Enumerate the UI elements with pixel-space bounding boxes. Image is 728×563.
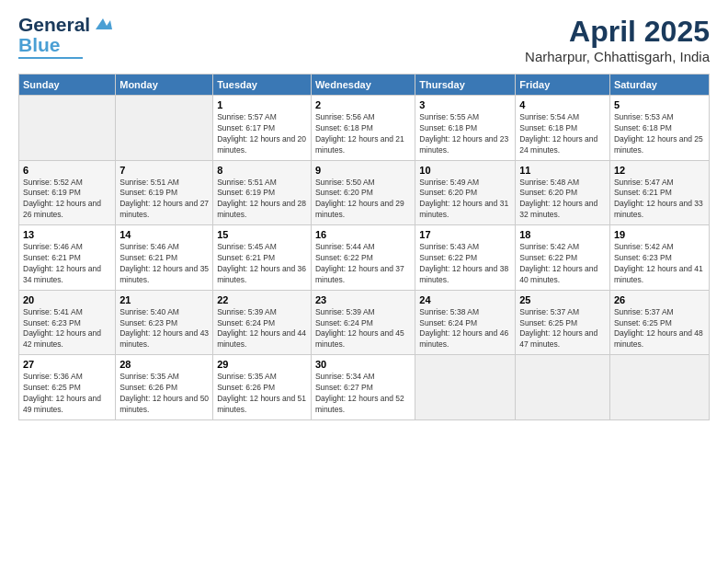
calendar-week-1: 1Sunrise: 5:57 AMSunset: 6:17 PMDaylight… — [19, 96, 710, 161]
cell-info: Sunrise: 5:49 AMSunset: 6:20 PMDaylight:… — [419, 178, 511, 222]
day-number: 4 — [519, 99, 606, 110]
cell-info: Sunrise: 5:55 AMSunset: 6:18 PMDaylight:… — [419, 112, 511, 156]
cell-info: Sunrise: 5:37 AMSunset: 6:25 PMDaylight:… — [519, 307, 606, 351]
day-number: 14 — [119, 229, 209, 240]
calendar-week-3: 13Sunrise: 5:46 AMSunset: 6:21 PMDayligh… — [19, 225, 710, 291]
day-number: 16 — [315, 229, 411, 240]
calendar-cell: 24Sunrise: 5:38 AMSunset: 6:24 PMDayligh… — [415, 290, 516, 355]
calendar-cell: 14Sunrise: 5:46 AMSunset: 6:21 PMDayligh… — [116, 225, 213, 291]
header-saturday: Saturday — [609, 75, 709, 96]
logo-bird-icon — [92, 17, 112, 33]
calendar-cell: 26Sunrise: 5:37 AMSunset: 6:25 PMDayligh… — [609, 290, 709, 355]
day-number: 25 — [519, 294, 606, 305]
calendar-cell: 5Sunrise: 5:53 AMSunset: 6:18 PMDaylight… — [609, 96, 709, 161]
cell-info: Sunrise: 5:56 AMSunset: 6:18 PMDaylight:… — [315, 112, 411, 156]
header-thursday: Thursday — [415, 75, 516, 96]
calendar-cell: 13Sunrise: 5:46 AMSunset: 6:21 PMDayligh… — [19, 225, 116, 291]
logo-blue: Blue — [18, 35, 61, 55]
calendar-cell: 4Sunrise: 5:54 AMSunset: 6:18 PMDaylight… — [516, 96, 610, 161]
cell-info: Sunrise: 5:48 AMSunset: 6:20 PMDaylight:… — [519, 178, 606, 222]
cell-info: Sunrise: 5:37 AMSunset: 6:25 PMDaylight:… — [614, 307, 705, 351]
day-number: 5 — [614, 99, 705, 110]
cell-info: Sunrise: 5:39 AMSunset: 6:24 PMDaylight:… — [315, 307, 411, 351]
calendar-cell: 17Sunrise: 5:43 AMSunset: 6:22 PMDayligh… — [415, 225, 516, 291]
calendar-cell: 9Sunrise: 5:50 AMSunset: 6:20 PMDaylight… — [311, 160, 415, 225]
calendar-cell: 21Sunrise: 5:40 AMSunset: 6:23 PMDayligh… — [116, 290, 213, 355]
cell-info: Sunrise: 5:36 AMSunset: 6:25 PMDaylight:… — [23, 372, 111, 416]
calendar-table: SundayMondayTuesdayWednesdayThursdayFrid… — [18, 74, 710, 420]
calendar-cell — [19, 96, 116, 161]
logo-underline — [18, 57, 83, 59]
cell-info: Sunrise: 5:42 AMSunset: 6:22 PMDaylight:… — [519, 242, 606, 286]
calendar-cell: 10Sunrise: 5:49 AMSunset: 6:20 PMDayligh… — [415, 160, 516, 225]
cell-info: Sunrise: 5:51 AMSunset: 6:19 PMDaylight:… — [119, 178, 209, 222]
day-number: 23 — [315, 294, 411, 305]
day-number: 21 — [119, 294, 209, 305]
calendar-cell: 15Sunrise: 5:45 AMSunset: 6:21 PMDayligh… — [213, 225, 312, 291]
day-number: 2 — [315, 99, 411, 110]
day-number: 18 — [519, 229, 606, 240]
day-number: 24 — [419, 294, 511, 305]
page-header: General Blue April 2025 Narharpur, Chhat… — [18, 15, 710, 64]
day-number: 7 — [119, 165, 209, 176]
day-number: 13 — [23, 229, 111, 240]
calendar-cell: 16Sunrise: 5:44 AMSunset: 6:22 PMDayligh… — [311, 225, 415, 291]
calendar-cell: 25Sunrise: 5:37 AMSunset: 6:25 PMDayligh… — [516, 290, 610, 355]
calendar-cell: 7Sunrise: 5:51 AMSunset: 6:19 PMDaylight… — [116, 160, 213, 225]
day-number: 1 — [217, 99, 307, 110]
logo-general: General — [18, 15, 90, 35]
title-block: April 2025 Narharpur, Chhattisgarh, Indi… — [525, 15, 710, 64]
calendar-cell — [516, 355, 610, 420]
logo: General Blue — [18, 15, 112, 59]
calendar-cell: 2Sunrise: 5:56 AMSunset: 6:18 PMDaylight… — [311, 96, 415, 161]
day-number: 8 — [217, 165, 307, 176]
calendar-cell: 27Sunrise: 5:36 AMSunset: 6:25 PMDayligh… — [19, 355, 116, 420]
cell-info: Sunrise: 5:50 AMSunset: 6:20 PMDaylight:… — [315, 178, 411, 222]
cell-info: Sunrise: 5:35 AMSunset: 6:26 PMDaylight:… — [119, 372, 209, 416]
calendar-cell: 6Sunrise: 5:52 AMSunset: 6:19 PMDaylight… — [19, 160, 116, 225]
calendar-cell: 29Sunrise: 5:35 AMSunset: 6:26 PMDayligh… — [213, 355, 312, 420]
calendar-cell — [415, 355, 516, 420]
cell-info: Sunrise: 5:38 AMSunset: 6:24 PMDaylight:… — [419, 307, 511, 351]
header-tuesday: Tuesday — [213, 75, 312, 96]
calendar-cell — [609, 355, 709, 420]
header-monday: Monday — [116, 75, 213, 96]
calendar-week-5: 27Sunrise: 5:36 AMSunset: 6:25 PMDayligh… — [19, 355, 710, 420]
calendar-cell: 22Sunrise: 5:39 AMSunset: 6:24 PMDayligh… — [213, 290, 312, 355]
calendar-cell: 30Sunrise: 5:34 AMSunset: 6:27 PMDayligh… — [311, 355, 415, 420]
calendar-cell: 12Sunrise: 5:47 AMSunset: 6:21 PMDayligh… — [609, 160, 709, 225]
calendar-cell: 8Sunrise: 5:51 AMSunset: 6:19 PMDaylight… — [213, 160, 312, 225]
day-number: 9 — [315, 165, 411, 176]
calendar-cell: 1Sunrise: 5:57 AMSunset: 6:17 PMDaylight… — [213, 96, 312, 161]
day-number: 26 — [614, 294, 705, 305]
main-title: April 2025 — [525, 15, 710, 49]
cell-info: Sunrise: 5:41 AMSunset: 6:23 PMDaylight:… — [23, 307, 111, 351]
cell-info: Sunrise: 5:51 AMSunset: 6:19 PMDaylight:… — [217, 178, 307, 222]
cell-info: Sunrise: 5:46 AMSunset: 6:21 PMDaylight:… — [23, 242, 111, 286]
calendar-cell: 23Sunrise: 5:39 AMSunset: 6:24 PMDayligh… — [311, 290, 415, 355]
calendar-cell: 3Sunrise: 5:55 AMSunset: 6:18 PMDaylight… — [415, 96, 516, 161]
calendar-cell: 19Sunrise: 5:42 AMSunset: 6:23 PMDayligh… — [609, 225, 709, 291]
cell-info: Sunrise: 5:42 AMSunset: 6:23 PMDaylight:… — [614, 242, 705, 286]
cell-info: Sunrise: 5:47 AMSunset: 6:21 PMDaylight:… — [614, 178, 705, 222]
cell-info: Sunrise: 5:54 AMSunset: 6:18 PMDaylight:… — [519, 112, 606, 156]
day-number: 20 — [23, 294, 111, 305]
subtitle: Narharpur, Chhattisgarh, India — [525, 49, 710, 64]
day-number: 19 — [614, 229, 705, 240]
header-sunday: Sunday — [19, 75, 116, 96]
day-number: 29 — [217, 359, 307, 370]
calendar-header-row: SundayMondayTuesdayWednesdayThursdayFrid… — [19, 75, 710, 96]
header-friday: Friday — [516, 75, 610, 96]
cell-info: Sunrise: 5:35 AMSunset: 6:26 PMDaylight:… — [217, 372, 307, 416]
calendar-cell: 20Sunrise: 5:41 AMSunset: 6:23 PMDayligh… — [19, 290, 116, 355]
header-wednesday: Wednesday — [311, 75, 415, 96]
day-number: 15 — [217, 229, 307, 240]
calendar-cell: 28Sunrise: 5:35 AMSunset: 6:26 PMDayligh… — [116, 355, 213, 420]
day-number: 30 — [315, 359, 411, 370]
cell-info: Sunrise: 5:34 AMSunset: 6:27 PMDaylight:… — [315, 372, 411, 416]
cell-info: Sunrise: 5:43 AMSunset: 6:22 PMDaylight:… — [419, 242, 511, 286]
cell-info: Sunrise: 5:46 AMSunset: 6:21 PMDaylight:… — [119, 242, 209, 286]
calendar-cell: 18Sunrise: 5:42 AMSunset: 6:22 PMDayligh… — [516, 225, 610, 291]
cell-info: Sunrise: 5:44 AMSunset: 6:22 PMDaylight:… — [315, 242, 411, 286]
cell-info: Sunrise: 5:52 AMSunset: 6:19 PMDaylight:… — [23, 178, 111, 222]
